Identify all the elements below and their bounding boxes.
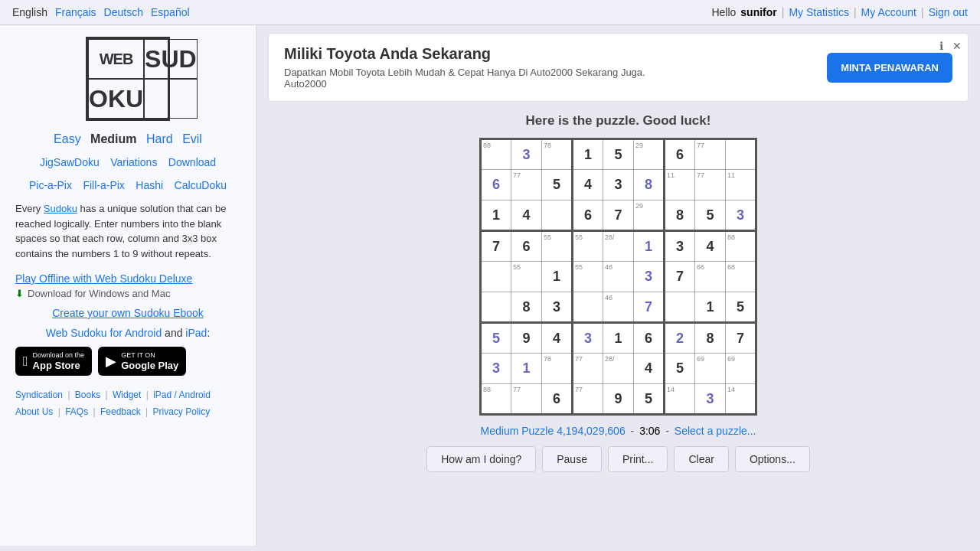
- sudoku-cell[interactable]: 8: [695, 323, 726, 354]
- sudoku-cell[interactable]: [542, 201, 573, 231]
- nav-fill-a-pix[interactable]: Fill-a-Pix: [83, 179, 124, 191]
- sudoku-cell[interactable]: 28/: [603, 354, 634, 384]
- sudoku-cell[interactable]: 8: [634, 170, 665, 201]
- sudoku-cell[interactable]: 8: [665, 201, 695, 231]
- how-doing-button[interactable]: How am I doing?: [426, 446, 536, 472]
- sudoku-cell[interactable]: 69: [726, 354, 756, 384]
- sudoku-cell[interactable]: [481, 292, 511, 323]
- about-us-link[interactable]: About Us: [15, 406, 53, 417]
- sudoku-cell[interactable]: 14: [726, 384, 756, 415]
- sudoku-cell[interactable]: 7: [726, 323, 756, 354]
- nav-evil[interactable]: Evil: [182, 132, 202, 145]
- sudoku-cell[interactable]: 6: [481, 170, 511, 201]
- nav-calcudoku[interactable]: CalcuDoku: [175, 179, 227, 191]
- sudoku-cell[interactable]: 1: [695, 292, 726, 323]
- privacy-policy-link[interactable]: Privacy Policy: [153, 406, 211, 417]
- ebook-link[interactable]: Create your own Sudoku Ebook: [15, 307, 240, 319]
- sudoku-cell[interactable]: 5: [603, 139, 634, 170]
- sudoku-cell[interactable]: 3: [481, 354, 511, 384]
- sudoku-cell[interactable]: 4: [634, 354, 665, 384]
- sudoku-link[interactable]: Sudoku: [44, 203, 77, 214]
- sudoku-cell[interactable]: 7: [665, 262, 695, 292]
- sudoku-cell[interactable]: 88: [481, 139, 511, 170]
- sudoku-cell[interactable]: 66: [695, 262, 726, 292]
- sudoku-cell[interactable]: 3: [726, 201, 756, 231]
- feedback-link-sidebar[interactable]: Feedback: [100, 406, 141, 417]
- sudoku-cell[interactable]: 3: [542, 292, 573, 323]
- nav-medium[interactable]: Medium: [90, 132, 136, 145]
- ipad-link[interactable]: iPad: [185, 327, 207, 339]
- offline-link[interactable]: Play Offline with Web Sudoku Deluxe: [15, 272, 192, 285]
- sudoku-cell[interactable]: 9: [511, 323, 542, 354]
- sudoku-cell[interactable]: 69: [695, 354, 726, 384]
- sudoku-cell[interactable]: 4: [695, 231, 726, 262]
- sudoku-cell[interactable]: 77: [573, 384, 603, 415]
- sudoku-cell[interactable]: 1: [573, 139, 603, 170]
- sudoku-cell[interactable]: 14: [665, 384, 695, 415]
- sudoku-cell[interactable]: 9: [603, 384, 634, 415]
- sudoku-cell[interactable]: 29: [634, 201, 665, 231]
- sudoku-cell[interactable]: [481, 262, 511, 292]
- lang-french[interactable]: Français: [55, 6, 96, 18]
- ad-close-icon[interactable]: ✕: [952, 40, 962, 52]
- sudoku-cell[interactable]: 78: [542, 139, 573, 170]
- options-button[interactable]: Options...: [735, 446, 810, 472]
- sudoku-cell[interactable]: 3: [634, 262, 665, 292]
- sudoku-cell[interactable]: 5: [542, 170, 573, 201]
- sudoku-cell[interactable]: 4: [573, 170, 603, 201]
- sudoku-cell[interactable]: 55: [573, 231, 603, 262]
- sudoku-cell[interactable]: 5: [634, 384, 665, 415]
- sudoku-cell[interactable]: 6: [573, 201, 603, 231]
- sudoku-cell[interactable]: [573, 292, 603, 323]
- sudoku-cell[interactable]: [665, 292, 695, 323]
- sudoku-cell[interactable]: 77: [695, 170, 726, 201]
- faqs-link[interactable]: FAQs: [65, 406, 88, 417]
- sign-out-link[interactable]: Sign out: [929, 6, 968, 18]
- sudoku-cell[interactable]: 2: [665, 323, 695, 354]
- lang-spanish[interactable]: Español: [151, 6, 190, 18]
- sudoku-cell[interactable]: 3: [511, 139, 542, 170]
- sudoku-cell[interactable]: 5: [481, 323, 511, 354]
- sudoku-cell[interactable]: 5: [695, 201, 726, 231]
- select-puzzle-link[interactable]: Select a puzzle...: [675, 425, 756, 437]
- nav-variations[interactable]: Variations: [110, 156, 157, 168]
- ad-cta-button[interactable]: MINTA PENAWARAN: [827, 53, 952, 83]
- sudoku-cell[interactable]: 3: [695, 384, 726, 415]
- sudoku-cell[interactable]: 77: [511, 384, 542, 415]
- sudoku-cell[interactable]: 55: [573, 262, 603, 292]
- sudoku-cell[interactable]: 7: [634, 292, 665, 323]
- sudoku-cell[interactable]: 7: [481, 231, 511, 262]
- sudoku-cell[interactable]: 1: [634, 231, 665, 262]
- sudoku-cell[interactable]: 4: [542, 323, 573, 354]
- sudoku-cell[interactable]: 55: [542, 231, 573, 262]
- sudoku-cell[interactable]: 88: [481, 384, 511, 415]
- widget-link[interactable]: Widget: [113, 390, 141, 400]
- sudoku-cell[interactable]: 29: [634, 139, 665, 170]
- nav-download[interactable]: Download: [168, 156, 216, 168]
- nav-pic-a-pix[interactable]: Pic-a-Pix: [29, 179, 72, 191]
- sudoku-cell[interactable]: [726, 139, 756, 170]
- sudoku-cell[interactable]: 6: [665, 139, 695, 170]
- sudoku-cell[interactable]: 1: [511, 354, 542, 384]
- sudoku-cell[interactable]: 3: [603, 170, 634, 201]
- sudoku-cell[interactable]: 78: [542, 354, 573, 384]
- print-button[interactable]: Print...: [608, 446, 668, 472]
- sudoku-cell[interactable]: 6: [511, 231, 542, 262]
- google-play-button[interactable]: ▶ GET IT ON Google Play: [98, 347, 186, 376]
- android-link[interactable]: Web Sudoku for Android: [46, 327, 162, 339]
- sudoku-cell[interactable]: 1: [481, 201, 511, 231]
- pause-button[interactable]: Pause: [542, 446, 602, 472]
- nav-hashi[interactable]: Hashi: [136, 179, 163, 191]
- sudoku-cell[interactable]: 46: [603, 262, 634, 292]
- nav-hard[interactable]: Hard: [146, 132, 173, 145]
- sudoku-cell[interactable]: 6: [542, 384, 573, 415]
- syndication-link[interactable]: Syndication: [15, 390, 63, 400]
- my-account-link[interactable]: My Account: [861, 6, 916, 18]
- sudoku-cell[interactable]: 4: [511, 201, 542, 231]
- sudoku-cell[interactable]: 11: [726, 170, 756, 201]
- puzzle-id-link[interactable]: Medium Puzzle 4,194,029,606: [481, 425, 626, 437]
- sudoku-cell[interactable]: 5: [665, 354, 695, 384]
- ipad-android-link[interactable]: iPad / Android: [153, 390, 211, 400]
- clear-button[interactable]: Clear: [674, 446, 728, 472]
- sudoku-cell[interactable]: 28/: [603, 231, 634, 262]
